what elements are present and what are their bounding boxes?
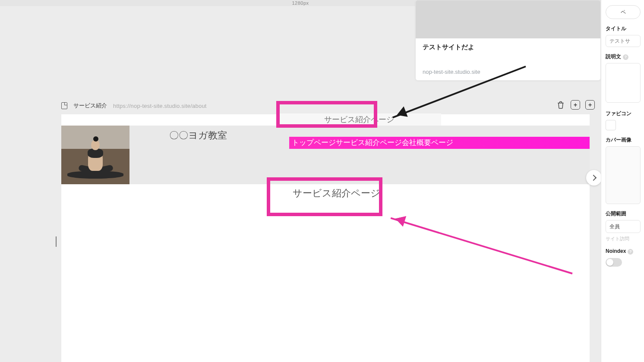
- add-page-button[interactable]: +: [585, 100, 595, 110]
- description-input[interactable]: [606, 63, 641, 103]
- editor-canvas[interactable]: 1280px テストサイトだよ nop-test-site.studio.sit…: [0, 0, 601, 362]
- site-hero-image[interactable]: [61, 126, 129, 184]
- label-favicon: ファビコン: [606, 110, 641, 117]
- text-cursor: [56, 236, 57, 247]
- annotation-box-2: [267, 177, 382, 216]
- duplicate-page-button[interactable]: +: [571, 100, 580, 110]
- visibility-select[interactable]: 全員: [606, 220, 641, 233]
- page-actions: + +: [556, 100, 595, 110]
- label-description: 説明文?: [606, 53, 641, 60]
- preview-title: テストサイトだよ: [423, 43, 474, 51]
- expand-panel-button[interactable]: [586, 170, 601, 186]
- properties-panel: ペ タイトル 説明文? ファビコン カバー画像 公開範囲 全員 サイト訪問 No…: [601, 0, 644, 362]
- label-visibility: 公開範囲: [606, 210, 641, 217]
- page-name: サービス紹介: [73, 102, 107, 110]
- site-header[interactable]: 〇〇ヨガ教室 トップページサービス紹介ページ会社概要ページ: [61, 126, 590, 184]
- site-frame[interactable]: サービス紹介ページ 〇〇ヨガ教室 トップページサービス紹介ページ会社概要ページ …: [61, 114, 590, 362]
- title-input[interactable]: [606, 35, 641, 47]
- help-icon[interactable]: ?: [623, 54, 628, 60]
- page-icon: [61, 102, 67, 109]
- label-title: タイトル: [606, 25, 641, 32]
- help-icon[interactable]: ?: [628, 249, 633, 255]
- site-nav-bar[interactable]: トップページサービス紹介ページ会社概要ページ: [289, 137, 590, 149]
- page-url: https://nop-test-site.studio.site/about: [113, 103, 207, 109]
- panel-top-pill-button[interactable]: ペ: [606, 5, 641, 19]
- yoga-illustration: [76, 131, 115, 179]
- label-cover: カバー画像: [606, 136, 641, 144]
- visibility-hint: サイト訪問: [606, 236, 641, 242]
- site-title-text[interactable]: 〇〇ヨガ教室: [169, 129, 227, 142]
- favicon-picker[interactable]: [606, 120, 616, 130]
- annotation-box-1: [276, 101, 377, 128]
- page-preview-card: テストサイトだよ nop-test-site.studio.site: [415, 0, 601, 81]
- delete-page-button[interactable]: [556, 100, 565, 110]
- preview-url: nop-test-site.studio.site: [423, 69, 480, 75]
- noindex-toggle[interactable]: [606, 258, 622, 267]
- cover-image-picker[interactable]: [606, 146, 641, 204]
- label-noindex: Noindex?: [606, 248, 641, 255]
